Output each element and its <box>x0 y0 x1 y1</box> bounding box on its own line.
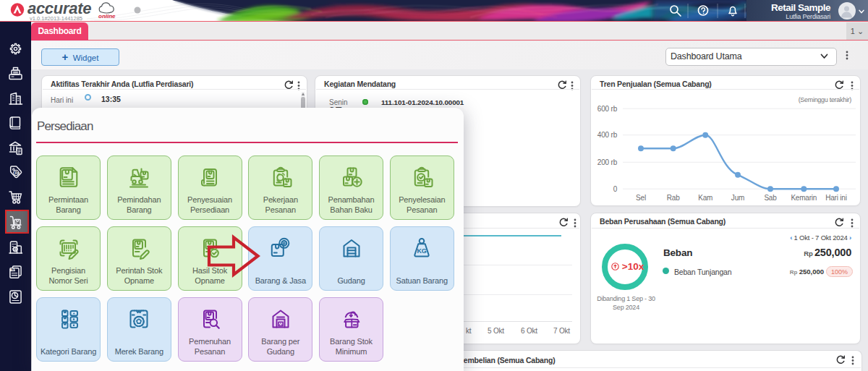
svg-text:Rp: Rp <box>14 171 20 175</box>
svg-text:Kam: Kam <box>698 194 712 202</box>
svg-text:online: online <box>98 13 116 20</box>
svg-text:400 rb: 400 rb <box>597 131 618 139</box>
svg-text:600 rb: 600 rb <box>597 105 618 113</box>
svg-text:Rab: Rab <box>667 194 680 202</box>
svg-text:Hari ini: Hari ini <box>825 194 847 202</box>
svg-text:TAX: TAX <box>11 268 17 271</box>
svg-text:KG: KG <box>417 247 427 255</box>
svg-text:Sel: Sel <box>636 194 646 202</box>
svg-text:0: 0 <box>613 185 618 193</box>
svg-text:Kemarin: Kemarin <box>791 194 817 202</box>
svg-text:Sab: Sab <box>764 194 777 202</box>
svg-text:v1.0.1#2013-1441285: v1.0.1#2013-1441285 <box>30 15 82 22</box>
svg-text:Jum: Jum <box>731 194 744 202</box>
svg-text:200 rb: 200 rb <box>597 158 618 166</box>
